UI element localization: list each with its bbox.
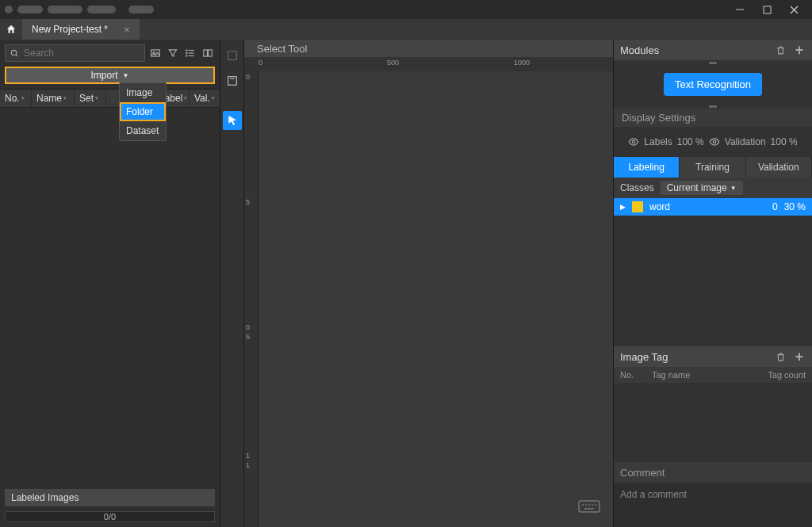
text-recognition-button[interactable]: Text Recognition [664,73,762,96]
import-label: Import [91,70,118,81]
window-maximize-button[interactable] [753,0,780,19]
tab-validation[interactable]: Validation [746,157,812,178]
eye-icon[interactable] [709,136,720,147]
svg-rect-14 [204,50,208,56]
image-table-header: No.▾ Name▾ Set▾ Label▾ Val.▾ [0,89,220,108]
ruler-horizontal: 0 500 1000 [244,57,613,71]
scope-dropdown[interactable]: Current image▼ [661,181,743,195]
dropdown-icon: ▼ [123,72,129,79]
trash-icon[interactable] [776,45,788,55]
tab-close-icon[interactable]: × [124,24,130,36]
tool-title: Select Tool [244,40,613,57]
svg-point-4 [11,50,16,55]
svg-rect-17 [228,77,236,86]
titlebar-pill [128,6,154,13]
viewport[interactable] [259,71,613,527]
tab-labeling[interactable]: Labeling [614,157,680,178]
class-name: word [649,201,766,212]
thumbnail-view-icon[interactable] [148,46,163,60]
crop-tool-icon[interactable] [223,46,242,65]
import-menu-dataset[interactable]: Dataset [120,121,166,140]
titlebar-pill [87,6,116,13]
left-panel: Import ▼ No.▾ Name▾ Set▾ Label▾ Val.▾ La… [0,40,220,527]
tag-table-header: No. Tag name Tag count [614,367,812,383]
right-panel: Modules + Text Recognition Display Setti… [614,40,812,527]
project-tab[interactable]: New Project-test * × [22,19,140,40]
svg-point-13 [186,55,187,56]
titlebar-pill [17,6,43,13]
display-settings-header: Display Settings [614,109,812,127]
home-button[interactable] [0,19,22,40]
svg-rect-1 [764,6,771,13]
image-list-empty [0,108,220,489]
col-no[interactable]: No.▾ [0,90,32,107]
titlebar-pill [48,6,82,13]
svg-point-26 [713,140,716,143]
search-input[interactable] [24,48,140,59]
labeled-progress: 0/0 [5,511,215,522]
import-menu-folder[interactable]: Folder [120,102,166,121]
svg-point-25 [633,140,636,143]
titlebar [0,0,812,19]
svg-point-11 [186,50,187,51]
search-input-wrapper[interactable] [5,44,145,62]
comment-input[interactable]: Add a comment [614,483,812,527]
image-tag-header: Image Tag + [614,346,812,367]
window-minimize-button[interactable] [726,0,753,19]
compare-icon[interactable] [201,46,215,60]
col-set[interactable]: Set▾ [75,90,106,107]
tag-list-empty [614,383,812,462]
comment-header: Comment [614,462,812,483]
add-icon[interactable]: + [793,42,806,59]
svg-rect-18 [579,501,599,512]
mode-tabs: Labeling Training Validation [614,157,812,178]
svg-line-5 [16,54,17,55]
class-count: 0 [772,201,778,212]
svg-rect-15 [209,50,213,56]
import-menu-image[interactable]: Image [120,83,166,102]
classes-header: Classes Current image▼ [614,178,812,198]
modules-header: Modules + [614,40,812,60]
tab-training[interactable]: Training [680,157,745,178]
trash-icon[interactable] [776,352,788,362]
select-tool-icon[interactable] [223,111,242,130]
project-tab-label: New Project-test * [32,24,108,35]
class-row[interactable]: ▶ word 0 30 % [614,198,812,216]
col-name[interactable]: Name▾ [32,90,75,107]
class-color-swatch [632,201,643,212]
list-view-icon[interactable] [183,46,197,60]
expand-icon[interactable]: ▶ [620,203,626,211]
tool-strip [220,40,244,527]
import-dropdown-menu: Image Folder Dataset [119,82,167,141]
search-icon [10,49,19,58]
import-button[interactable]: Import ▼ [5,67,215,84]
svg-point-12 [186,52,187,53]
add-icon[interactable]: + [793,349,806,365]
svg-rect-16 [228,52,236,60]
class-pct: 30 % [784,201,806,212]
window-close-button[interactable] [780,0,807,19]
macos-dot [5,6,13,13]
tag-tool-icon[interactable] [223,71,242,90]
filter-icon[interactable] [166,46,180,60]
col-val[interactable]: Val.▾ [190,90,220,107]
ruler-vertical: 0 5 0 5 1 1 [244,71,259,527]
eye-icon[interactable] [628,136,639,147]
tab-bar: New Project-test * × [0,19,812,40]
canvas-area: Select Tool 0 500 1000 0 5 0 5 1 1 [244,40,614,527]
keyboard-icon[interactable] [578,498,600,514]
display-stats: Labels 100 % Validation 100 % [614,127,812,157]
labeled-images-header: Labeled Images [5,489,215,506]
